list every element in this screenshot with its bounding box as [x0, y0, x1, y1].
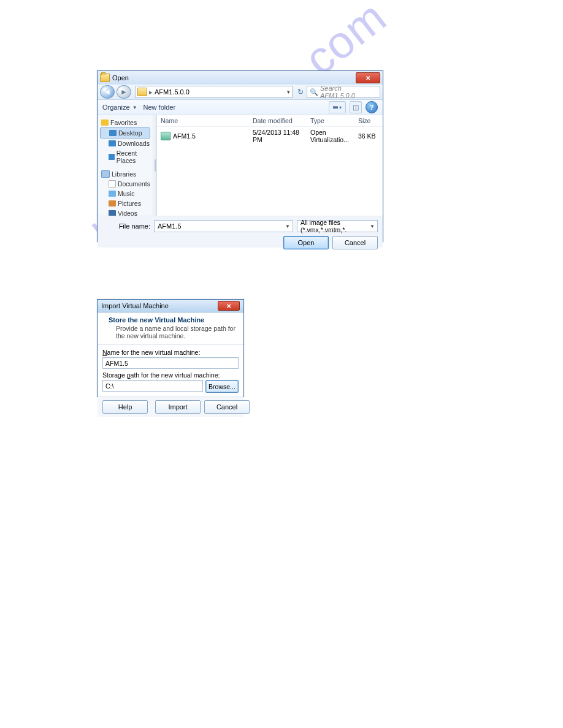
- document-icon: [109, 180, 116, 188]
- sidebar-item-documents[interactable]: Documents: [99, 179, 151, 189]
- sidebar-item-desktop[interactable]: Desktop: [100, 127, 150, 138]
- videos-icon: [109, 210, 116, 216]
- cancel-button[interactable]: Cancel: [204, 400, 250, 414]
- breadcrumb-dropdown[interactable]: ▾: [287, 89, 290, 95]
- music-icon: [109, 191, 116, 197]
- help-button[interactable]: Help: [102, 400, 148, 414]
- sidebar-item-videos[interactable]: Videos: [99, 208, 151, 216]
- pictures-icon: [109, 200, 116, 207]
- sidebar-item-recent[interactable]: Recent Places: [99, 148, 151, 165]
- storage-path-input[interactable]: C:\: [102, 380, 203, 392]
- close-button[interactable]: ✕: [218, 301, 240, 311]
- file-list-header[interactable]: Name Date modified Type Size: [157, 115, 383, 127]
- filetype-select[interactable]: All image files (*.vmx,*.vmtm,*.▼: [297, 220, 378, 232]
- search-input[interactable]: 🔍 Search AFM1.5.0.0: [307, 86, 380, 98]
- column-size[interactable]: Size: [358, 117, 379, 124]
- dialog-footer: Help Import Cancel: [98, 396, 243, 417]
- help-button[interactable]: ?: [366, 101, 378, 113]
- column-type[interactable]: Type: [310, 117, 358, 124]
- sidebar-item-pictures[interactable]: Pictures: [99, 199, 151, 208]
- star-icon: [101, 119, 109, 126]
- browse-button[interactable]: Browse...: [205, 380, 239, 393]
- sidebar-item-music[interactable]: Music: [99, 189, 151, 199]
- import-vm-dialog: Import Virtual Machine ✕ Store the new V…: [97, 299, 244, 397]
- folder-icon: [137, 88, 147, 96]
- breadcrumb-item[interactable]: AFM1.5.0.0: [155, 88, 190, 96]
- libraries-icon: [101, 170, 110, 178]
- cancel-button[interactable]: Cancel: [332, 236, 378, 249]
- window-title: Import Virtual Machine: [101, 302, 169, 309]
- open-file-dialog: Open ✕ ◄ ► ▸ AFM1.5.0.0 ▾ ↻ 🔍 Search AFM…: [97, 70, 383, 242]
- vm-name-input[interactable]: AFM1.5: [102, 357, 239, 369]
- toolbar: Organize▼ New folder ▾ ◫ ?: [98, 100, 383, 115]
- desktop-icon: [109, 130, 117, 136]
- dialog-subheading: Provide a name and local storage path fo…: [116, 325, 236, 339]
- breadcrumb-separator: ▸: [149, 88, 153, 96]
- name-label: Name for the new virtual machine:: [102, 349, 239, 356]
- sidebar-item-downloads[interactable]: Downloads: [99, 138, 151, 148]
- refresh-button[interactable]: ↻: [296, 88, 305, 96]
- window-title: Open: [112, 74, 353, 82]
- forward-button[interactable]: ►: [117, 85, 131, 99]
- search-placeholder: Search AFM1.5.0.0: [320, 85, 377, 99]
- new-folder-button[interactable]: New folder: [144, 104, 176, 111]
- titlebar[interactable]: Open ✕: [98, 71, 383, 85]
- open-button[interactable]: Open: [283, 236, 329, 249]
- close-button[interactable]: ✕: [356, 72, 380, 83]
- file-row[interactable]: AFM1.5 5/24/2013 11:48 PM Open Virtualiz…: [157, 127, 383, 145]
- file-type: Open Virtualizatio...: [310, 129, 358, 143]
- import-button[interactable]: Import: [155, 400, 201, 414]
- file-size: 36 KB: [358, 132, 379, 140]
- header-area: Store the new Virtual Machine Provide a …: [98, 313, 243, 343]
- search-icon: 🔍: [310, 88, 318, 96]
- filename-input[interactable]: AFM1.5▼: [154, 220, 293, 232]
- filename-label: File name:: [117, 222, 150, 230]
- libraries-header[interactable]: Libraries: [99, 169, 151, 179]
- recent-icon: [109, 154, 115, 160]
- ova-file-icon: [161, 132, 170, 140]
- column-name[interactable]: Name: [161, 117, 253, 124]
- downloads-icon: [109, 140, 116, 146]
- favorites-header[interactable]: Favorites: [99, 118, 151, 127]
- view-options-button[interactable]: ▾: [329, 101, 346, 113]
- path-label: Storage path for the new virtual machine…: [102, 371, 239, 379]
- dialog-heading: Store the new Virtual Machine: [109, 316, 204, 324]
- breadcrumb-bar[interactable]: ▸ AFM1.5.0.0 ▾: [135, 86, 293, 98]
- back-button[interactable]: ◄: [100, 85, 115, 99]
- navigation-pane[interactable]: Favorites Desktop Downloads Recent Place…: [98, 115, 153, 216]
- folder-icon: [100, 74, 110, 82]
- dialog-footer: File name: AFM1.5▼ All image files (*.vm…: [98, 216, 383, 248]
- file-date: 5/24/2013 11:48 PM: [253, 129, 310, 143]
- organize-button[interactable]: Organize▼: [102, 104, 137, 111]
- titlebar[interactable]: Import Virtual Machine ✕: [98, 300, 243, 313]
- separator: [98, 344, 243, 345]
- address-bar-row: ◄ ► ▸ AFM1.5.0.0 ▾ ↻ 🔍 Search AFM1.5.0.0: [98, 85, 383, 100]
- column-date[interactable]: Date modified: [253, 117, 310, 124]
- preview-pane-button[interactable]: ◫: [350, 101, 362, 113]
